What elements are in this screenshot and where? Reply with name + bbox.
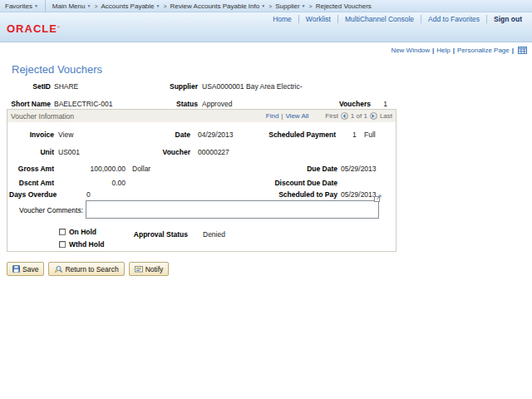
breadcrumb-separator: > — [309, 3, 313, 9]
header-band: ORACLE® Home Worklist MultiChannel Conso… — [0, 12, 532, 42]
date-label: Date — [107, 131, 190, 139]
breadcrumb-item-label: Rejected Vouchers — [316, 2, 372, 10]
breadcrumb-main-menu[interactable]: Main Menu ▼ — [52, 2, 91, 10]
voucher-information-box: Voucher Information Find | View All Firs… — [7, 109, 397, 252]
on-hold-label: On Hold — [69, 228, 96, 236]
grid-tools: Find | View All First 1 of 1 Last — [266, 112, 392, 120]
chevron-down-icon: ▼ — [34, 3, 38, 8]
status-label: Status — [125, 100, 198, 108]
oracle-logo: ORACLE® — [7, 22, 61, 35]
due-date-label: Due Date — [224, 165, 337, 173]
breadcrumb-item-accounts-payable[interactable]: Accounts Payable ▼ — [101, 2, 160, 10]
vouchers-count: 1 — [371, 100, 387, 108]
rejected-vouchers-page: Favorites ▼ Main Menu ▼ > Accounts Payab… — [0, 0, 532, 399]
chevron-down-icon: ▼ — [302, 3, 306, 8]
multichannel-console-link[interactable]: MultiChannel Console — [338, 15, 421, 23]
discount-due-date-label: Discount Due Date — [224, 179, 337, 187]
breadcrumb-item-label: Accounts Payable — [101, 2, 154, 10]
sign-out-link[interactable]: Sign out — [487, 15, 529, 23]
page-title: Rejected Vouchers — [12, 63, 102, 76]
next-row-icon[interactable] — [370, 112, 377, 120]
invoice-label: Invoice — [9, 131, 54, 139]
breadcrumb-item-rejected-vouchers: Rejected Vouchers — [316, 2, 372, 10]
add-to-favorites-link[interactable]: Add to Favorites — [421, 15, 486, 23]
scheduled-payment-type: Full — [364, 131, 376, 139]
breadcrumb-item-review-ap-info[interactable]: Review Accounts Payable Info ▼ — [170, 2, 266, 10]
header-nav: Home Worklist MultiChannel Console Add t… — [266, 15, 529, 23]
gross-amt-label: Gross Amt — [9, 165, 54, 173]
breadcrumb-divider — [45, 0, 46, 12]
notify-button-label: Notify — [145, 265, 164, 273]
setid-value: SHARE — [54, 82, 78, 91]
voucher-comments-label: Voucher Comments: — [16, 206, 83, 214]
help-link[interactable]: Help — [436, 47, 450, 54]
previous-row-icon[interactable] — [341, 112, 348, 120]
breadcrumb-separator: > — [94, 3, 97, 9]
home-link[interactable]: Home — [266, 15, 298, 23]
approval-status-value: Denied — [203, 230, 225, 239]
on-hold-checkbox[interactable] — [59, 229, 66, 235]
first-label[interactable]: First — [325, 112, 338, 120]
toolbar: Save Return to Search Notify — [7, 262, 169, 276]
page-utility-bar: New Window | Help | Personalize Page | — [391, 47, 527, 54]
dscnt-amt-label: Dscnt Amt — [9, 179, 54, 187]
unit-label: Unit — [9, 148, 54, 156]
chevron-down-icon: ▼ — [86, 3, 91, 8]
utility-divider: | — [453, 47, 455, 54]
breadcrumb-item-supplier[interactable]: Supplier ▼ — [275, 2, 305, 10]
status-value: Approved — [202, 100, 232, 108]
breadcrumb-item-label: Supplier — [275, 2, 299, 10]
short-name-value: BAELECTRIC-001 — [54, 100, 112, 108]
return-to-search-button[interactable]: Return to Search — [48, 262, 124, 276]
breadcrumb-separator: > — [163, 3, 166, 9]
unit-value: US001 — [58, 148, 80, 156]
expand-comments-icon[interactable] — [374, 195, 382, 202]
supplier-label: Supplier — [125, 82, 198, 91]
breadcrumb-separator: > — [268, 3, 272, 9]
wthd-hold-label: Wthd Hold — [69, 240, 104, 249]
chevron-down-icon: ▼ — [156, 3, 160, 8]
breadcrumb-main-menu-label: Main Menu — [52, 2, 86, 10]
view-all-link[interactable]: View All — [285, 112, 308, 120]
days-overdue-label: Days Overdue — [9, 190, 54, 199]
breadcrumb-favorites-label: Favorites — [5, 2, 32, 10]
utility-divider: | — [512, 47, 514, 54]
save-button[interactable]: Save — [7, 262, 44, 276]
scheduled-payment-label: Scheduled Payment — [224, 131, 336, 139]
voucher-number-value: 00000227 — [198, 148, 229, 156]
breadcrumb-favorites[interactable]: Favorites ▼ — [5, 2, 38, 10]
personalize-page-link[interactable]: Personalize Page — [457, 47, 510, 54]
notify-envelope-icon — [135, 265, 143, 273]
scheduled-to-pay-label: Scheduled to Pay — [224, 190, 337, 199]
voucher-label: Voucher — [107, 148, 190, 156]
save-disk-icon — [12, 265, 20, 273]
save-button-label: Save — [22, 265, 38, 273]
approval-status-label: Approval Status — [116, 230, 188, 239]
tools-divider: | — [281, 112, 283, 120]
find-link[interactable]: Find — [266, 112, 279, 120]
vouchers-label: Vouchers — [331, 100, 371, 108]
scheduled-payment-value: 1 — [352, 131, 357, 139]
return-to-search-button-label: Return to Search — [65, 265, 118, 273]
new-window-link[interactable]: New Window — [391, 47, 430, 54]
voucher-comments-input[interactable] — [86, 200, 379, 219]
currency-value: Dollar — [132, 165, 150, 173]
notify-button[interactable]: Notify — [129, 262, 170, 276]
return-to-search-icon — [54, 265, 62, 273]
days-overdue-value: 0 — [86, 190, 91, 199]
row-counter: 1 of 1 — [351, 112, 367, 120]
due-date-value: 05/29/2013 — [341, 165, 377, 173]
last-label[interactable]: Last — [380, 112, 392, 120]
setid-label: SetID — [7, 82, 51, 91]
dscnt-amt-value: 0.00 — [58, 179, 126, 187]
voucher-information-header: Voucher Information Find | View All Firs… — [7, 110, 396, 122]
wthd-hold-checkbox[interactable] — [59, 241, 66, 248]
worklist-link[interactable]: Worklist — [299, 15, 337, 23]
breadcrumb: Favorites ▼ Main Menu ▼ > Accounts Payab… — [0, 0, 532, 12]
utility-divider: | — [432, 47, 434, 54]
scheduled-to-pay-value: 05/29/2013 — [341, 190, 377, 199]
short-name-label: Short Name — [7, 100, 51, 108]
invoice-value: View — [58, 131, 73, 139]
page-layout-icon[interactable] — [518, 47, 527, 54]
breadcrumb-item-label: Review Accounts Payable Info — [170, 2, 260, 10]
